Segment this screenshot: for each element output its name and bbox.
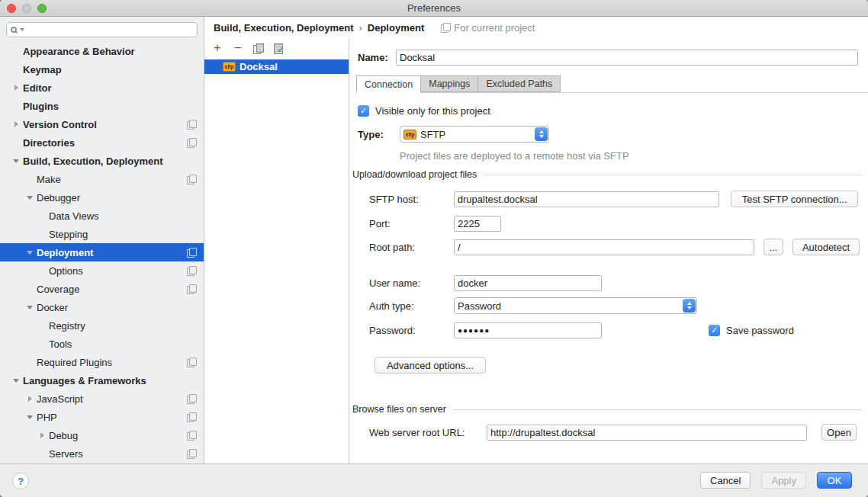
sidebar-item-debugger[interactable]: Debugger (0, 188, 204, 207)
sftp-host-input[interactable] (454, 191, 719, 207)
use-as-default-icon[interactable] (273, 43, 284, 53)
web-root-input[interactable] (487, 425, 807, 441)
auth-type-label: Auth type: (369, 300, 454, 312)
copy-server-icon[interactable] (253, 43, 263, 53)
add-server-icon[interactable]: + (212, 43, 223, 53)
save-password-checkbox[interactable]: ✓ (709, 325, 720, 336)
server-list-item-docksal[interactable]: sftp Docksal (204, 59, 349, 74)
per-project-icon (187, 175, 196, 184)
settings-tree: Appearance & Behavior Keymap Editor Plug… (0, 42, 204, 463)
dropdown-stepper-icon[interactable] (535, 127, 548, 141)
cancel-button[interactable]: Cancel (700, 472, 751, 489)
per-project-icon (187, 431, 196, 440)
zoom-window-icon[interactable] (37, 4, 47, 13)
server-name: Docksal (240, 61, 278, 72)
root-path-input[interactable] (454, 239, 754, 255)
browse-root-path-button[interactable]: ... (764, 239, 783, 255)
deployment-config-panel: Name: Connection Mappings Excluded Paths… (349, 38, 868, 463)
close-window-icon[interactable] (7, 4, 16, 13)
password-label: Password: (369, 325, 454, 336)
sidebar-item-coverage[interactable]: Coverage (0, 280, 204, 298)
sidebar-item-docker[interactable]: Docker (0, 298, 204, 316)
auth-type-value: Password (458, 300, 501, 312)
breadcrumb-parent: Build, Execution, Deployment (214, 22, 353, 34)
ok-button[interactable]: OK (817, 472, 852, 489)
sidebar-item-required-plugins[interactable]: Required Plugins (0, 353, 204, 371)
sidebar-item-keymap[interactable]: Keymap (0, 60, 204, 79)
remove-server-icon[interactable]: − (233, 43, 243, 53)
apply-button[interactable]: Apply (761, 472, 806, 489)
sidebar-item-javascript[interactable]: JavaScript (0, 390, 204, 408)
minimize-window-icon[interactable] (22, 4, 31, 13)
chevron-down-icon[interactable] (23, 243, 37, 261)
deployment-server-list: + − sftp Docksal (204, 38, 349, 463)
dropdown-stepper-icon[interactable] (683, 299, 696, 313)
help-button[interactable]: ? (12, 473, 29, 489)
title-bar: Preferences (0, 0, 868, 17)
sidebar-item-options[interactable]: Options (0, 261, 204, 280)
sidebar-item-appearance-behavior[interactable]: Appearance & Behavior (0, 42, 204, 60)
upload-section-label: Upload/download project files (352, 169, 477, 180)
browse-section: Browse files on server (352, 403, 862, 415)
sidebar-item-registry[interactable]: Registry (0, 316, 204, 335)
tab-connection[interactable]: Connection (356, 75, 421, 93)
breadcrumb-separator: › (358, 22, 362, 34)
search-input[interactable] (26, 24, 197, 36)
chevron-down-icon[interactable] (9, 371, 23, 390)
per-project-icon (441, 23, 450, 32)
root-path-label: Root path: (369, 242, 454, 253)
search-icon[interactable] (11, 27, 17, 33)
chevron-right-icon[interactable] (9, 79, 23, 97)
sidebar-item-debug[interactable]: Debug (0, 426, 204, 444)
visible-only-label: Visible only for this project (375, 105, 490, 117)
preferences-window: Preferences Appearance & Behavior Keymap… (0, 0, 868, 497)
sidebar-item-build-execution-deployment[interactable]: Build, Execution, Deployment (0, 152, 204, 170)
chevron-right-icon[interactable] (23, 390, 37, 408)
sidebar-item-languages-frameworks[interactable]: Languages & Frameworks (0, 371, 204, 390)
search-options-caret-icon[interactable] (20, 28, 24, 31)
chevron-right-icon[interactable] (9, 115, 23, 133)
port-input[interactable] (454, 216, 501, 232)
upload-section: Upload/download project files (352, 168, 862, 181)
visible-only-checkbox[interactable]: ✓ (358, 105, 369, 117)
autodetect-button[interactable]: Autodetect (792, 239, 860, 255)
sidebar-item-deployment[interactable]: Deployment (0, 243, 204, 261)
advanced-options-button[interactable]: Advanced options... (375, 357, 486, 374)
chevron-right-icon[interactable] (35, 426, 49, 444)
section-divider (453, 409, 862, 410)
server-name-input[interactable] (396, 50, 858, 66)
traffic-lights (7, 4, 47, 13)
sidebar-item-directories[interactable]: Directories (0, 133, 204, 152)
chevron-down-icon[interactable] (23, 188, 37, 207)
sidebar-item-plugins[interactable]: Plugins (0, 97, 204, 115)
window-title: Preferences (407, 2, 461, 14)
sidebar-item-servers[interactable]: Servers (0, 444, 204, 463)
settings-header: Build, Execution, Deployment › Deploymen… (204, 17, 868, 38)
per-project-icon (187, 248, 196, 257)
tab-excluded-paths[interactable]: Excluded Paths (478, 75, 561, 92)
chevron-down-icon[interactable] (23, 298, 37, 316)
chevron-down-icon[interactable] (23, 408, 37, 426)
name-label: Name: (358, 52, 396, 63)
sidebar-item-tools[interactable]: Tools (0, 335, 204, 353)
sidebar-item-version-control[interactable]: Version Control (0, 115, 204, 133)
save-password-label: Save password (726, 325, 794, 336)
auth-type-select[interactable]: Password (454, 297, 697, 314)
type-value: SFTP (420, 129, 445, 140)
sidebar-item-php[interactable]: PHP (0, 408, 204, 426)
breadcrumb-current: Deployment (368, 22, 424, 34)
type-select[interactable]: sftp SFTP (400, 126, 549, 143)
user-name-input[interactable] (454, 275, 602, 291)
sidebar-item-editor[interactable]: Editor (0, 79, 204, 97)
password-input[interactable] (454, 322, 602, 338)
per-project-icon (187, 120, 196, 129)
sidebar-item-stepping[interactable]: Stepping (0, 225, 204, 243)
tab-mappings[interactable]: Mappings (421, 75, 478, 92)
sidebar-item-data-views[interactable]: Data Views (0, 207, 204, 225)
settings-search-box[interactable] (6, 22, 198, 37)
test-sftp-connection-button[interactable]: Test SFTP connection... (731, 191, 858, 207)
open-button[interactable]: Open (821, 424, 857, 441)
sidebar-item-make[interactable]: Make (0, 170, 204, 188)
chevron-down-icon[interactable] (9, 152, 23, 170)
dialog-footer: ? Cancel Apply OK (0, 463, 868, 497)
